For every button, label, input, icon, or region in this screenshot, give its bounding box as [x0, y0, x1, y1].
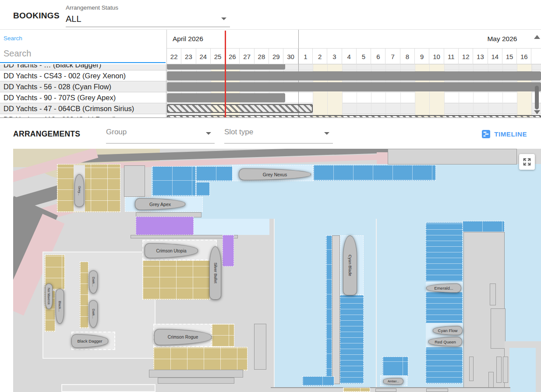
building-br-d: [503, 357, 508, 383]
arrangement-status-value[interactable]: ALL: [66, 14, 230, 27]
boat-label: Crimson Utopia: [156, 248, 187, 253]
arrangements-toolbar: ARRANGEMENTS Group Slot type TIMELINE: [0, 118, 541, 149]
slot-group-pier-top[interactable]: [462, 221, 505, 232]
day-cell-9: 9: [415, 49, 429, 64]
booking-row-track: [167, 114, 541, 118]
fullscreen-button[interactable]: [519, 154, 535, 170]
group-filter-label: Group: [106, 128, 127, 136]
arrangement-status-select[interactable]: Arrangement Status ALL: [66, 4, 230, 27]
berth-grid-topleft[interactable]: [57, 164, 120, 212]
chevron-down-icon[interactable]: [324, 132, 329, 135]
booking-row[interactable]: DD Yachts - 47 - 064CB (Crimson Sirius): [0, 103, 541, 114]
boat-silver-bullet[interactable]: Silver Bullet: [209, 246, 221, 300]
berth-strip-c[interactable]: [80, 262, 88, 328]
booking-bar[interactable]: [167, 71, 541, 80]
booking-row-track: [167, 92, 541, 103]
slot-group-top-d[interactable]: [313, 165, 436, 181]
bookings-title: BOOKINGS: [13, 11, 60, 21]
arrangements-title: ARRANGEMENTS: [13, 130, 80, 139]
boat-label: Black Dagger: [77, 339, 102, 343]
boat-nor-maverick[interactable]: Nor Maverick: [45, 284, 53, 309]
boat-cyan-blade[interactable]: Cyan Blade: [343, 235, 357, 295]
boat-dark-truncated-2[interactable]: Dark...: [89, 300, 98, 328]
search-input[interactable]: [0, 45, 166, 63]
booking-row-label: DD Yachts - 56 - 028 (Cyan Flow): [0, 81, 166, 92]
booking-row[interactable]: DD Yachts - 112 - 003 (Gold Royal): [0, 114, 541, 118]
day-cell-24: 24: [196, 49, 211, 64]
boat-label: Dark...: [92, 277, 95, 287]
booking-bar[interactable]: [167, 93, 285, 102]
timeline-button-label: TIMELINE: [494, 130, 527, 138]
slot-inlet-a[interactable]: [302, 376, 334, 386]
berth-grid-rogue-right[interactable]: [212, 324, 234, 347]
boat-label: Grey Nexus: [263, 172, 287, 177]
day-cell-23: 23: [181, 49, 196, 64]
month-row: April 2026May 2026: [167, 30, 541, 48]
month-label-may: May 2026: [298, 30, 532, 48]
purple-slipway[interactable]: [223, 235, 234, 266]
group-filter-select[interactable]: Group: [106, 124, 215, 144]
day-row: 2223242526272829301234567891011121314151…: [167, 48, 541, 64]
day-cell-14: 14: [488, 49, 502, 64]
day-cell-6: 6: [371, 49, 385, 64]
building-br-c: [496, 357, 502, 383]
scrollbar-up-arrow-icon[interactable]: [534, 35, 540, 39]
boat-label: Black...: [58, 301, 62, 312]
day-cell-2: 2: [313, 49, 327, 64]
dock-mid: [131, 235, 238, 238]
chevron-down-icon[interactable]: [206, 132, 211, 135]
booking-row[interactable]: DD Yachts - … (Black Dagger): [0, 64, 541, 70]
marina-map: Grey...Grey NexusGrey ApexCrimson Utopia…: [13, 149, 541, 392]
filter-underline: [106, 143, 215, 144]
timeline-view-button[interactable]: TIMELINE: [482, 128, 527, 140]
slot-group-top-b[interactable]: [196, 166, 233, 181]
slot-type-filter-select[interactable]: Slot type: [224, 124, 333, 144]
bookings-gantt-panel: Search April 2026May 2026 22232425262728…: [0, 30, 541, 118]
day-cell-3: 3: [327, 49, 342, 64]
timeline-icon: [482, 130, 490, 138]
berth-grid-mid[interactable]: [142, 260, 210, 300]
slot-stack-right[interactable]: [426, 222, 463, 384]
day-cell-10: 10: [429, 49, 444, 64]
bookings-header: BOOKINGS Arrangement Status ALL: [0, 0, 541, 30]
filter-underline: [224, 143, 333, 144]
scrollbar-down-arrow-icon[interactable]: [534, 110, 540, 114]
booking-bar[interactable]: [167, 64, 285, 70]
month-label-text: May 2026: [487, 35, 517, 43]
booking-bar[interactable]: [167, 104, 313, 113]
boat-label: Crimson Rogue: [168, 335, 198, 340]
booking-row[interactable]: DD Yachts - 56 - 028 (Cyan Flow): [0, 81, 541, 92]
booking-row[interactable]: DD Yachts - 90 - 707S (Grey Apex): [0, 92, 541, 103]
slot-group-top-a[interactable]: [152, 166, 196, 196]
purple-quay[interactable]: [136, 217, 194, 235]
boat-label: Silver Bullet: [213, 262, 218, 284]
scrollbar-thumb[interactable]: [535, 86, 539, 109]
slot-group-top-c[interactable]: [196, 182, 210, 196]
booking-row-track: [167, 81, 541, 92]
day-cell-5: 5: [357, 49, 371, 64]
day-cell-1: 1: [298, 49, 313, 64]
berth-bottom[interactable]: [343, 388, 370, 392]
booking-row[interactable]: DD Yachts - CS43 - 002 (Grey Xenon): [0, 70, 541, 81]
building-bottom-b: [426, 388, 448, 392]
boat-label: Grey...: [78, 186, 81, 196]
boat-label: Cyan Blade: [348, 255, 353, 276]
booking-rows: DD Yachts - … (Black Dagger)DD Yachts - …: [0, 64, 541, 118]
boat-label: Amber...: [388, 380, 399, 383]
booking-row-track: [167, 103, 541, 114]
search-label: Search: [4, 35, 22, 42]
slot-inlet-b[interactable]: [382, 357, 408, 377]
day-cell-22: 22: [167, 49, 181, 64]
booking-bar[interactable]: [167, 82, 541, 91]
building-rogue-right: [254, 324, 266, 370]
boat-black-truncated[interactable]: Black...: [56, 289, 64, 324]
boat-grey-truncated[interactable]: Grey...: [74, 174, 84, 207]
chevron-down-icon[interactable]: [221, 18, 226, 20]
search-pane: Search: [0, 30, 166, 64]
day-cell-28: 28: [255, 49, 269, 64]
building-br-a: [469, 357, 474, 381]
berth-grid-south[interactable]: [153, 347, 248, 371]
boat-amber-truncated[interactable]: Amber...: [383, 378, 403, 385]
water-bottom-right: [509, 348, 536, 392]
boat-dark-truncated-1[interactable]: Dark...: [89, 270, 98, 294]
